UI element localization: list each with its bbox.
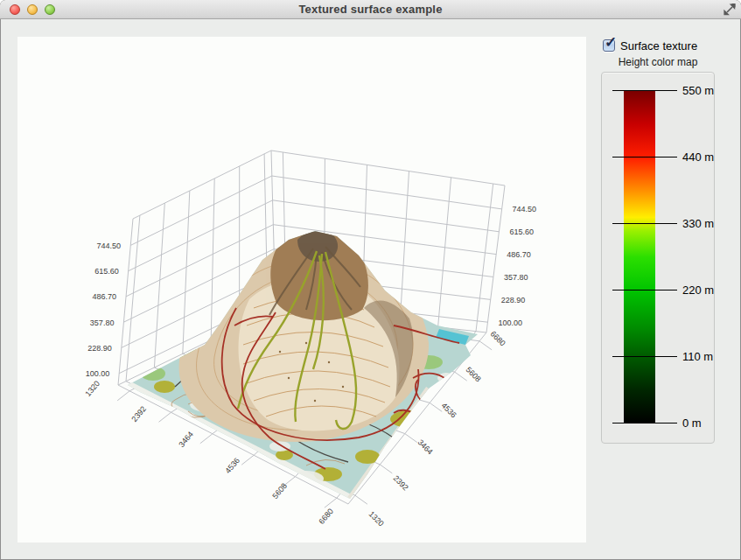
legend-tick-label: 220 m <box>682 284 717 298</box>
y-tick-label: 2392 <box>392 473 410 492</box>
legend-tick-label: 330 m <box>682 217 717 231</box>
z-tick-label: 357.80 <box>504 273 528 282</box>
legend-tick-label: 440 m <box>682 150 717 164</box>
legend-tick-line <box>612 157 677 158</box>
fullscreen-icon[interactable] <box>724 4 736 16</box>
title-bar[interactable]: Textured surface example <box>0 0 741 19</box>
surface-texture-checkbox[interactable]: ✓ <box>603 39 615 52</box>
x-tick-label: 6680 <box>317 507 335 526</box>
x-tick-label: 2392 <box>129 404 148 424</box>
checkmark-icon: ✓ <box>605 35 617 51</box>
surface-plot-canvas[interactable]: 744.50 615.60 486.70 357.80 228.90 100.0… <box>17 37 586 542</box>
colormap-gradient-bar <box>624 91 655 424</box>
z-tick-label: 744.50 <box>96 242 121 250</box>
height-colormap-legend: 550 m 440 m 330 m 220 m 110 m 0 m <box>601 72 715 444</box>
y-tick-label: 3464 <box>416 438 435 456</box>
z-axis-labels-right: 744.50 615.60 486.70 357.80 228.90 100.0… <box>499 205 537 326</box>
y-tick-label: 5608 <box>465 365 483 383</box>
y-tick-label: 6680 <box>489 329 507 347</box>
window-title: Textured surface example <box>0 3 741 16</box>
x-tick-label: 3464 <box>177 430 195 449</box>
z-tick-label: 615.60 <box>509 228 534 236</box>
app-window: Textured surface example <box>0 0 741 560</box>
surface-texture-label[interactable]: Surface texture <box>620 39 697 52</box>
legend-tick-line <box>612 223 677 224</box>
y-tick-label: 1320 <box>367 509 386 528</box>
z-tick-label: 486.70 <box>92 292 116 301</box>
z-tick-label: 228.90 <box>501 296 526 304</box>
legend-tick-label: 550 m <box>682 84 717 98</box>
legend-tick-line <box>612 290 677 290</box>
surface-plot: 744.50 615.60 486.70 357.80 228.90 100.0… <box>17 37 586 542</box>
terrain-surface <box>114 229 507 514</box>
legend-tick-line <box>612 90 677 91</box>
x-tick-label: 4536 <box>223 456 241 475</box>
x-tick-label: 1320 <box>83 379 101 398</box>
legend-tick-label: 110 m <box>682 350 717 364</box>
z-tick-label: 100.00 <box>86 369 110 378</box>
legend-title: Height color map <box>601 56 715 68</box>
z-tick-label: 744.50 <box>513 205 537 214</box>
z-tick-label: 100.00 <box>499 318 523 327</box>
legend-tick-line <box>612 356 677 357</box>
z-tick-label: 357.80 <box>90 318 115 327</box>
z-tick-label: 615.60 <box>94 267 119 276</box>
z-tick-label: 228.90 <box>87 344 112 353</box>
legend-tick-line <box>612 423 677 424</box>
y-tick-label: 4536 <box>440 401 458 419</box>
z-axis-labels-left: 744.50 615.60 486.70 357.80 228.90 100.0… <box>86 242 121 378</box>
legend-tick-label: 0 m <box>682 416 717 430</box>
z-tick-label: 486.70 <box>507 250 531 259</box>
